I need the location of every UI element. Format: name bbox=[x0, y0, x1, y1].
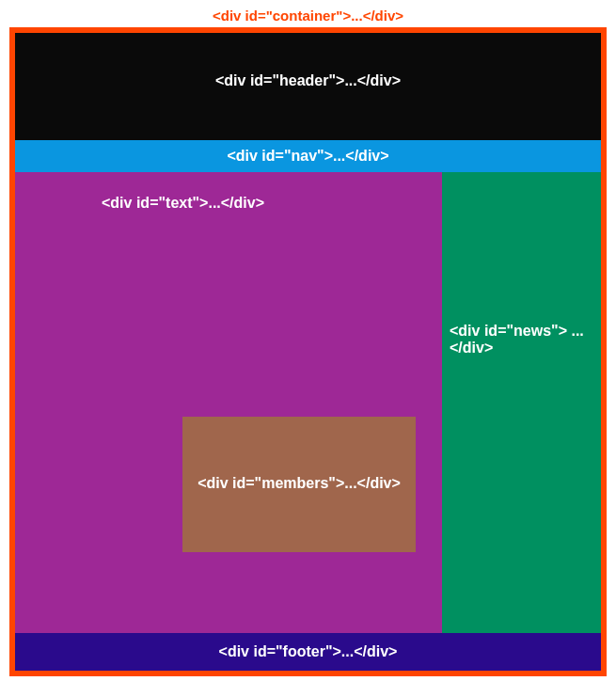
news-box: <div id="news"> ...</div> bbox=[442, 172, 601, 633]
news-label: <div id="news"> ...</div> bbox=[450, 323, 584, 356]
nav-label: <div id="nav">...</div> bbox=[227, 148, 388, 164]
members-label: <div id="members">...</div> bbox=[197, 475, 401, 491]
nav-box: <div id="nav">...</div> bbox=[15, 140, 601, 172]
footer-box: <div id="footer">...</div> bbox=[15, 633, 601, 671]
container-label: <div id="container">...</div> bbox=[9, 8, 607, 24]
middle-row: <div id="text">...</div> <div id="member… bbox=[15, 172, 601, 633]
text-box: <div id="text">...</div> <div id="member… bbox=[15, 172, 442, 633]
members-box: <div id="members">...</div> bbox=[182, 417, 416, 552]
footer-label: <div id="footer">...</div> bbox=[219, 643, 398, 659]
container-box: <div id="header">...</div> <div id="nav"… bbox=[9, 27, 607, 676]
header-label: <div id="header">...</div> bbox=[215, 72, 401, 88]
text-label: <div id="text">...</div> bbox=[102, 195, 264, 211]
header-box: <div id="header">...</div> bbox=[15, 33, 601, 140]
